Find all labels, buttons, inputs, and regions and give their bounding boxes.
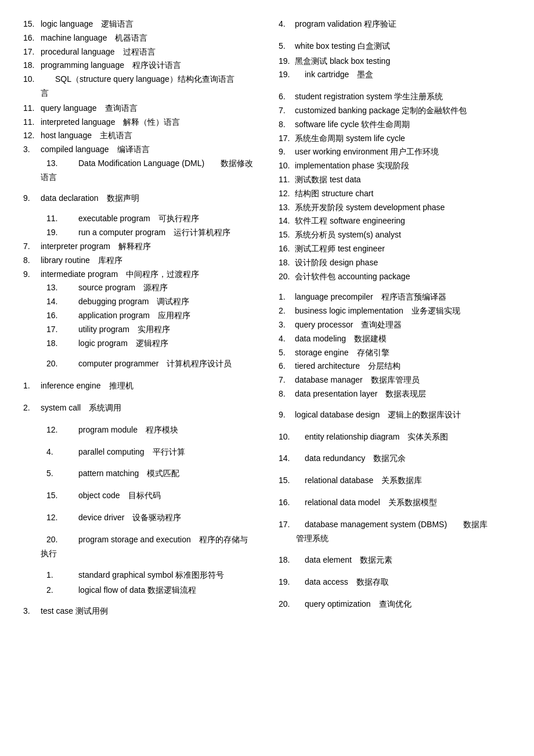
- item-number: 8.: [23, 254, 41, 268]
- list-item: 14.data redundancy 数据冗余: [279, 452, 511, 466]
- item-number: 17.: [279, 132, 295, 146]
- item-text: pattern matching 模式匹配: [78, 469, 179, 478]
- list-item: 17.系统生命周期 system life cycle: [279, 132, 511, 146]
- item-text: 系统分析员 system(s) analyst: [295, 230, 401, 239]
- item-number: 5.: [279, 346, 295, 360]
- list-item: 14.debugging program 调试程序: [23, 295, 255, 309]
- item-text: standard graphical symbol 标准图形符号: [78, 570, 224, 579]
- list-item: 9.logical database design 逻辑上的数据库设计: [279, 408, 511, 422]
- left-column: 15.logic language 逻辑语言16.machine languag…: [23, 17, 267, 618]
- list-item: 12.device driver 设备驱动程序: [23, 511, 255, 525]
- item-text: application program 应用程序: [78, 311, 190, 320]
- item-number: 15.: [23, 17, 41, 31]
- item-number: 4.: [279, 17, 295, 31]
- list-item: 6.student registration system 学生注册系统: [279, 90, 511, 104]
- item-number: 11.: [46, 212, 78, 226]
- list-item: 12.host language 主机语言: [23, 129, 255, 143]
- list-item: 11.query language 查询语言: [23, 102, 255, 116]
- item-number: 15.: [46, 489, 78, 503]
- item-number: 15.: [279, 228, 295, 242]
- list-item: 5.pattern matching 模式匹配: [23, 467, 255, 481]
- item-text: object code 目标代码: [78, 491, 161, 500]
- item-text: machine language 机器语言: [41, 33, 147, 42]
- item-text: entity relationship diagram 实体关系图: [305, 432, 448, 441]
- item-number: 9.: [279, 408, 295, 422]
- item-number: 10.: [279, 159, 295, 173]
- item-text: data declaration 数据声明: [41, 193, 139, 203]
- item-number: 10.: [23, 73, 55, 87]
- item-number: 1.: [23, 379, 41, 393]
- item-text: host language 主机语言: [41, 131, 132, 140]
- item-continuation: 管理系统: [296, 534, 329, 543]
- item-number: 6.: [279, 90, 295, 104]
- list-item: 8.data presentation layer 数据表现层: [279, 387, 511, 401]
- list-item: 2.system call 系统调用: [23, 401, 255, 415]
- item-text: data access 数据存取: [305, 577, 389, 586]
- list-item: 4.parallel computing 平行计算: [23, 445, 255, 459]
- item-text: query optimization 查询优化: [305, 599, 412, 609]
- list-item: 16.machine language 机器语言: [23, 31, 255, 45]
- list-item: 语言: [23, 171, 255, 185]
- item-number: 14.: [46, 295, 78, 309]
- list-item: 1.language precompiler 程序语言预编译器: [279, 290, 511, 304]
- item-number: 8.: [279, 387, 295, 401]
- item-continuation: 言: [41, 88, 49, 98]
- list-item: 18.logic program 逻辑程序: [23, 337, 255, 351]
- list-item: 16.测试工程师 test engineer: [279, 242, 511, 256]
- item-number: 18.: [46, 337, 78, 351]
- list-item: 5.storage engine 存储引擎: [279, 346, 511, 360]
- list-item: 言: [23, 87, 255, 100]
- item-text: white box testing 白盒测试: [295, 41, 390, 51]
- list-item: 16.application program 应用程序: [23, 309, 255, 323]
- item-text: 测试工程师 test engineer: [295, 244, 385, 253]
- item-number: 9.: [23, 268, 41, 282]
- item-text: tiered architecture 分层结构: [295, 361, 400, 370]
- item-number: 19.: [279, 68, 305, 82]
- item-text: relational database 关系数据库: [305, 476, 422, 485]
- item-text: 会计软件包 accounting package: [295, 272, 410, 281]
- item-number: 8.: [279, 118, 295, 132]
- item-number: 13.: [279, 201, 295, 215]
- list-item: 16.relational data model 关系数据模型: [279, 496, 511, 510]
- item-number: 12.: [46, 423, 78, 437]
- item-text: language precompiler 程序语言预编译器: [295, 292, 446, 301]
- list-item: 3.test case 测试用例: [23, 604, 255, 618]
- item-text: utility program 实用程序: [78, 325, 170, 334]
- list-item: 管理系统: [279, 532, 511, 546]
- list-item: 9.data declaration 数据声明: [23, 192, 255, 206]
- list-item: 15.logic language 逻辑语言: [23, 17, 255, 31]
- item-text: 设计阶段 design phase: [295, 258, 378, 267]
- item-number: 12.: [23, 129, 41, 143]
- list-item: 11.executable program 可执行程序: [23, 212, 255, 226]
- list-item: 14.软件工程 software engineering: [279, 214, 511, 228]
- list-item: 20.query optimization 查询优化: [279, 597, 511, 611]
- list-item: 18.programming language 程序设计语言: [23, 59, 255, 73]
- item-text: customized banking package 定制的金融软件包: [295, 106, 467, 115]
- list-item: 3.query processor 查询处理器: [279, 318, 511, 332]
- item-text: run a computer program 运行计算机程序: [78, 228, 230, 237]
- item-number: 12.: [279, 187, 295, 201]
- item-number: 2.: [279, 304, 295, 318]
- item-text: software life cycle 软件生命周期: [295, 120, 410, 129]
- list-item: 11.测试数据 test data: [279, 173, 511, 187]
- list-item: 20.computer programmer 计算机程序设计员: [23, 357, 255, 371]
- item-number: 15.: [279, 474, 305, 488]
- item-text: device driver 设备驱动程序: [78, 513, 181, 522]
- item-text: user working environment 用户工作环境: [295, 147, 439, 156]
- item-number: 13.: [46, 281, 78, 295]
- list-item: 18.data element 数据元素: [279, 553, 511, 567]
- item-text: library routine 库程序: [41, 255, 122, 265]
- item-text: data modeling 数据建模: [295, 334, 387, 343]
- item-number: 9.: [279, 145, 295, 159]
- item-text: student registration system 学生注册系统: [295, 92, 443, 101]
- list-item: 8.library routine 库程序: [23, 254, 255, 268]
- list-item: 2.logical flow of data 数据逻辑流程: [23, 584, 255, 597]
- item-text: 黑盒测试 black box testing: [295, 56, 390, 66]
- item-number: 19.: [279, 575, 305, 589]
- item-number: 18.: [23, 59, 41, 73]
- item-text: relational data model 关系数据模型: [305, 498, 437, 507]
- list-item: 13.Data Modification Language (DML) 数据修改: [23, 157, 255, 171]
- item-text: system call 系统调用: [41, 403, 121, 412]
- list-item: 20.program storage and execution 程序的存储与: [23, 533, 255, 547]
- list-item: 7.interpreter program 解释程序: [23, 240, 255, 254]
